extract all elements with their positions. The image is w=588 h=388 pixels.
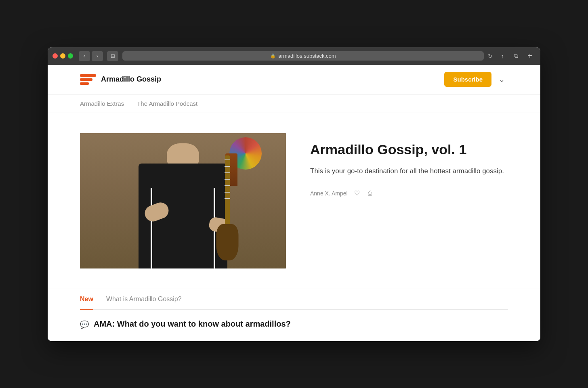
- post-item[interactable]: 💬 AMA: What do you want to know about ar…: [80, 319, 508, 329]
- back-button[interactable]: ‹: [79, 51, 90, 61]
- guitar-frets: [225, 159, 230, 224]
- hero-section: Armadillo Gossip, vol. 1 This is your go…: [48, 113, 540, 289]
- share-post-button[interactable]: ⎙: [366, 188, 374, 199]
- browser-chrome: ‹ › ⊟ 🔒 armadillos.substack.com ↻ ↑ ⧉ +: [48, 47, 540, 65]
- post-section: 💬 AMA: What do you want to know about ar…: [48, 310, 540, 341]
- hero-meta: Anne X. Ampel ♡ ⎙: [310, 188, 508, 199]
- sidebar-toggle-button[interactable]: ⊟: [107, 51, 118, 61]
- browser-window: ‹ › ⊟ 🔒 armadillos.substack.com ↻ ↑ ⧉ +: [48, 47, 540, 341]
- post-chat-icon: 💬: [80, 320, 89, 329]
- url-text: armadillos.substack.com: [278, 53, 336, 59]
- tab-new[interactable]: New: [80, 289, 93, 309]
- minimize-traffic-light[interactable]: [60, 53, 65, 59]
- image-scene: [80, 133, 286, 268]
- share-button[interactable]: ↑: [497, 51, 508, 61]
- author-name: Anne X. Ampel: [310, 190, 348, 197]
- guitar-neck: [225, 155, 230, 228]
- tab-what-is[interactable]: What is Armadillo Gossip?: [106, 289, 182, 309]
- address-bar[interactable]: 🔒 armadillos.substack.com: [122, 51, 484, 61]
- subscribe-button[interactable]: Subscribe: [444, 72, 491, 87]
- chevron-down-button[interactable]: ⌄: [496, 73, 508, 86]
- lock-icon: 🔒: [270, 53, 276, 59]
- brand-name: Armadillo Gossip: [101, 75, 161, 84]
- reload-button[interactable]: ↻: [488, 53, 493, 59]
- brand-logo: [80, 71, 96, 88]
- guitar-body: [216, 224, 239, 260]
- nav-link-armadillo-extras[interactable]: Armadillo Extras: [80, 100, 124, 107]
- tabs-button[interactable]: ⧉: [510, 51, 522, 61]
- forward-button[interactable]: ›: [92, 51, 103, 61]
- tabs-header: New What is Armadillo Gossip?: [80, 289, 508, 310]
- maximize-traffic-light[interactable]: [68, 53, 73, 59]
- guitar: [215, 155, 239, 260]
- nav-buttons: ‹ ›: [79, 51, 103, 61]
- hero-description: This is your go-to destination for all t…: [310, 166, 508, 176]
- brand: Armadillo Gossip: [80, 71, 161, 88]
- site-header: Armadillo Gossip Subscribe ⌄: [48, 65, 540, 94]
- fret-1: [225, 159, 230, 160]
- close-traffic-light[interactable]: [52, 53, 58, 59]
- hero-title: Armadillo Gossip, vol. 1: [310, 141, 508, 158]
- tabs-section: New What is Armadillo Gossip?: [48, 289, 540, 310]
- site-nav: Armadillo Extras The Armadillo Podcast: [48, 94, 540, 113]
- new-tab-button[interactable]: +: [524, 51, 536, 61]
- fret-7: [225, 198, 230, 199]
- nav-link-armadillo-podcast[interactable]: The Armadillo Podcast: [137, 100, 197, 107]
- traffic-lights: [52, 53, 73, 59]
- like-button[interactable]: ♡: [353, 188, 361, 199]
- fret-6: [225, 192, 230, 193]
- browser-actions: ↑ ⧉ +: [497, 51, 536, 61]
- post-title: AMA: What do you want to know about arma…: [94, 319, 291, 329]
- logo-bar-2: [80, 78, 92, 81]
- fret-5: [225, 185, 230, 186]
- hero-text: Armadillo Gossip, vol. 1 This is your go…: [310, 133, 508, 199]
- fret-4: [225, 179, 230, 180]
- jacket-stripe-left: [151, 188, 152, 268]
- person-figure: [122, 143, 244, 268]
- header-right: Subscribe ⌄: [444, 72, 508, 87]
- logo-bar-1: [80, 74, 96, 77]
- hero-image: [80, 133, 286, 268]
- logo-bar-3: [80, 82, 89, 85]
- fret-2: [225, 166, 230, 167]
- fret-3: [225, 172, 230, 173]
- page-content: Armadillo Gossip Subscribe ⌄ Armadillo E…: [48, 65, 540, 341]
